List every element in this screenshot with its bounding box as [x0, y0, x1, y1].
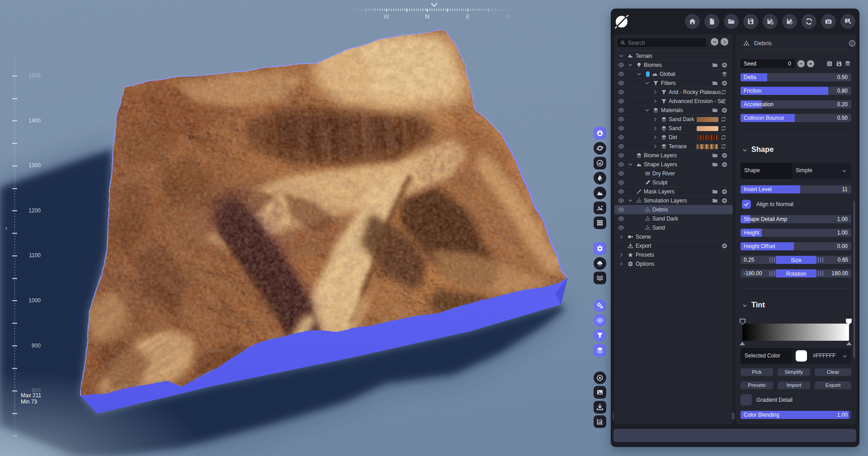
tree-row[interactable]: Biome Layers	[614, 151, 733, 160]
tree-row[interactable]: Dry River	[614, 169, 733, 178]
tree-row[interactable]: Global	[614, 70, 733, 79]
visibility-eye-icon[interactable]	[618, 107, 624, 113]
group-folder-icon[interactable]	[712, 161, 718, 167]
tree-row[interactable]: Simulation Layers	[614, 196, 733, 205]
visibility-eye-icon[interactable]	[618, 125, 624, 132]
checkbox-checked[interactable]	[742, 200, 751, 209]
panel-resize-grip[interactable]	[613, 413, 614, 419]
param-slider[interactable]: Collision Bounce 0.50	[741, 114, 851, 122]
param-slider[interactable]: Friction 0.80	[741, 87, 851, 95]
tree-row[interactable]: Biomes	[614, 61, 733, 70]
expand-chevron-icon[interactable]	[644, 80, 650, 85]
tint-action-button[interactable]: Pick	[741, 368, 773, 376]
save-preset-icon[interactable]	[836, 61, 842, 67]
main-toolbar-button[interactable]	[704, 14, 719, 29]
viewport-tool-button[interactable]	[594, 142, 606, 155]
search-box[interactable]	[618, 38, 706, 47]
param-slider[interactable]: Height 1.00	[741, 229, 851, 237]
sync-icon[interactable]	[720, 116, 726, 122]
checkbox-unchecked[interactable]	[741, 394, 752, 405]
sync-icon[interactable]	[720, 89, 726, 95]
tree-row[interactable]: Debris	[614, 205, 733, 214]
visibility-eye-icon[interactable]	[618, 179, 624, 186]
add-layer-icon[interactable]	[721, 107, 727, 113]
tree-row[interactable]: Sand	[614, 223, 733, 232]
seed-increment-button[interactable]	[807, 60, 814, 67]
add-layer-icon[interactable]	[721, 197, 727, 203]
range-slider[interactable]: -180.00 180.00 Rotation	[741, 269, 851, 277]
tree-row[interactable]: Terrain	[614, 52, 733, 61]
tree-row[interactable]: Sand Dark	[614, 115, 733, 124]
color-dropdown-chevron-icon[interactable]	[842, 354, 847, 359]
tree-row[interactable]: Mask Layers	[614, 187, 733, 196]
tree-row[interactable]: Scene	[614, 232, 733, 241]
visibility-eye-icon[interactable]	[618, 161, 624, 168]
viewport-tool-button[interactable]	[594, 272, 606, 284]
range-segment[interactable]: Size	[776, 256, 816, 264]
main-toolbar-button[interactable]	[821, 14, 836, 29]
gradient-marker-left[interactable]	[740, 342, 745, 345]
expand-chevron-icon[interactable]	[618, 234, 624, 239]
expand-chevron-icon[interactable]	[636, 71, 642, 76]
expand-chevron-icon[interactable]	[652, 99, 658, 103]
visibility-eye-icon[interactable]	[618, 89, 624, 95]
param-slider[interactable]: Color Blending 1.00	[741, 411, 851, 419]
collapse-all-button[interactable]	[711, 38, 718, 46]
main-toolbar-button[interactable]	[763, 14, 778, 29]
viewport-tool-button[interactable]	[594, 216, 606, 229]
group-folder-icon[interactable]	[712, 152, 718, 158]
viewport-tool-button[interactable]	[594, 371, 606, 384]
sync-icon[interactable]	[720, 134, 726, 140]
expand-chevron-icon[interactable]	[627, 198, 633, 203]
material-swatch[interactable]	[697, 135, 718, 140]
viewport-tool-button[interactable]	[594, 172, 606, 184]
viewport-tool-button[interactable]	[594, 127, 606, 140]
expand-chevron-icon[interactable]	[652, 135, 658, 140]
tree-row[interactable]: Terrace	[614, 142, 733, 151]
viewport-tool-button[interactable]	[594, 242, 606, 255]
tree-row[interactable]: Dirt	[614, 133, 733, 142]
visibility-eye-icon[interactable]	[618, 71, 624, 77]
tree-row[interactable]: Materials	[614, 106, 733, 115]
param-slider[interactable]: Height Offset 0.00	[741, 242, 851, 250]
tint-preset-button[interactable]: Presets	[741, 381, 773, 389]
visibility-eye-icon[interactable]	[618, 152, 624, 159]
main-toolbar-button[interactable]	[840, 14, 855, 29]
seed-decrement-button[interactable]	[797, 60, 805, 67]
shape-type-dropdown[interactable]: Shape Simple	[741, 163, 851, 179]
sync-icon[interactable]	[720, 143, 726, 149]
visibility-eye-icon[interactable]	[618, 98, 624, 104]
viewport-tool-button[interactable]	[594, 202, 606, 214]
visibility-eye-icon[interactable]	[618, 188, 624, 195]
add-layer-icon[interactable]	[721, 243, 727, 249]
visibility-eye-icon[interactable]	[618, 216, 624, 222]
visibility-eye-icon[interactable]	[618, 197, 624, 204]
tree-row[interactable]: Options	[614, 259, 733, 268]
sync-icon[interactable]	[720, 98, 726, 104]
left-panel-expander[interactable]: ›	[5, 225, 13, 232]
main-toolbar-button[interactable]	[782, 14, 797, 29]
seed-field[interactable]: Seed 0	[741, 59, 795, 68]
sync-icon[interactable]	[720, 125, 726, 131]
add-layer-icon[interactable]	[721, 152, 727, 158]
param-slider[interactable]: Acceleration 0.20	[741, 100, 851, 108]
visibility-eye-icon[interactable]	[618, 80, 624, 86]
range-slider[interactable]: 0.25 0.65 Size	[741, 256, 851, 264]
viewport-tool-button[interactable]	[594, 401, 606, 414]
main-toolbar-button[interactable]	[685, 14, 700, 29]
tree-row[interactable]: Arid - Rocky Plateaus	[614, 88, 733, 97]
visibility-eye-icon[interactable]	[618, 62, 624, 68]
visibility-eye-icon[interactable]	[618, 134, 624, 141]
visibility-eye-icon[interactable]	[618, 207, 624, 213]
group-folder-icon[interactable]	[712, 80, 718, 86]
tint-preset-button[interactable]: Import	[778, 381, 810, 389]
gradient-marker-right[interactable]	[846, 342, 852, 345]
align-to-normal-checkbox[interactable]: Align to Normal	[742, 200, 793, 209]
viewport-tool-button[interactable]	[594, 299, 606, 312]
viewport-tool-button[interactable]	[594, 386, 606, 399]
param-slider[interactable]: Insert Level 11	[741, 185, 851, 193]
tree-row[interactable]: Sculpt	[614, 178, 733, 187]
material-swatch[interactable]	[697, 117, 718, 122]
group-folder-icon[interactable]	[712, 107, 718, 113]
database-icon[interactable]	[844, 61, 851, 67]
